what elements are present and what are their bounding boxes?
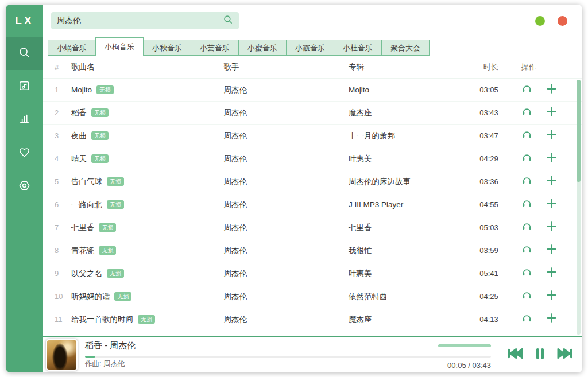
headphone-icon (521, 152, 532, 165)
previous-icon (506, 345, 524, 364)
table-row[interactable]: 1 Mojito 无损 周杰伦 Mojito 03:05 (43, 79, 582, 102)
pause-icon (532, 345, 548, 364)
plus-icon (546, 267, 557, 280)
song-title: 给我一首歌的时间 (71, 314, 133, 325)
song-name-cell: 晴天 无损 (71, 154, 224, 164)
duration-cell: 03:43 (454, 108, 498, 117)
tab-2[interactable]: 小枸音乐 (95, 37, 144, 56)
add-button[interactable] (546, 198, 557, 211)
listen-button[interactable] (521, 175, 532, 188)
header (43, 5, 582, 37)
listen-button[interactable] (521, 198, 532, 211)
tab-3[interactable]: 小秋音乐 (143, 40, 191, 56)
listen-button[interactable] (521, 83, 532, 96)
add-button[interactable] (546, 83, 557, 96)
table-header: # 歌曲名 歌手 专辑 时长 操作 (43, 56, 582, 79)
listen-button[interactable] (521, 290, 532, 303)
add-button[interactable] (546, 106, 557, 119)
song-name-cell: 夜曲 无损 (71, 131, 224, 141)
bar-chart-icon (18, 112, 31, 128)
tab-7[interactable]: 小杜音乐 (334, 40, 382, 56)
settings-icon (18, 179, 31, 195)
artist-cell: 周杰伦 (224, 85, 349, 95)
listen-button[interactable] (521, 152, 532, 165)
table-row[interactable]: 10 听妈妈的话 无损 周杰伦 依然范特西 04:25 (43, 285, 582, 308)
album-art[interactable] (46, 339, 78, 371)
minimize-button[interactable] (535, 16, 545, 26)
table-row[interactable]: 11 给我一首歌的时间 无损 周杰伦 魔杰座 04:13 (43, 308, 582, 331)
sidebar-item-settings[interactable] (6, 170, 43, 203)
duration-cell: 05:03 (454, 223, 498, 232)
col-name: 歌曲名 (71, 62, 224, 72)
quality-badge: 无损 (107, 200, 124, 209)
row-index: 9 (55, 269, 71, 278)
duration-cell: 03:05 (454, 85, 498, 94)
artist-cell: 周杰伦 (224, 223, 349, 233)
tab-4[interactable]: 小芸音乐 (191, 40, 239, 56)
song-name-cell: 稻香 无损 (71, 108, 224, 118)
add-button[interactable] (546, 267, 557, 280)
row-index: 10 (55, 292, 71, 301)
row-index: 8 (55, 246, 71, 255)
table-row[interactable]: 7 七里香 无损 周杰伦 七里香 05:03 (43, 216, 582, 239)
time-display: 00:05 / 03:43 (447, 361, 491, 370)
search-icon[interactable] (223, 14, 233, 27)
row-index: 3 (55, 131, 71, 140)
add-button[interactable] (546, 221, 557, 234)
table-row[interactable]: 4 晴天 无损 周杰伦 叶惠美 04:29 (43, 147, 582, 170)
table-row[interactable]: 9 以父之名 无损 周杰伦 叶惠美 05:41 (43, 262, 582, 285)
listen-button[interactable] (521, 221, 532, 234)
duration-cell: 04:25 (454, 292, 498, 301)
progress-bar[interactable] (85, 356, 491, 358)
sidebar-item-leaderboard[interactable] (6, 103, 43, 137)
album-cell: 魔杰座 (349, 108, 454, 118)
row-index: 2 (55, 108, 71, 117)
volume-slider[interactable] (438, 344, 491, 347)
add-button[interactable] (546, 152, 557, 165)
duration-cell: 04:29 (454, 154, 498, 163)
song-list: 1 Mojito 无损 周杰伦 Mojito 03:05 2 稻香 无损 (43, 79, 582, 336)
table-row[interactable]: 5 告白气球 无损 周杰伦 周杰伦的床边故事 03:36 (43, 170, 582, 193)
table-row[interactable]: 6 一路向北 无损 周杰伦 J III MP3 Player 04:55 (43, 193, 582, 216)
listen-button[interactable] (521, 129, 532, 142)
plus-icon (546, 152, 557, 165)
add-button[interactable] (546, 313, 557, 326)
add-button[interactable] (546, 290, 557, 303)
headphone-icon (521, 267, 532, 280)
previous-button[interactable] (506, 345, 524, 364)
table-row[interactable]: 2 稻香 无损 周杰伦 魔杰座 03:43 (43, 102, 582, 125)
tab-5[interactable]: 小蜜音乐 (238, 40, 287, 56)
table-row[interactable]: 3 夜曲 无损 周杰伦 十一月的萧邦 03:47 (43, 125, 582, 147)
plus-icon (546, 221, 557, 234)
sidebar-item-songlist[interactable] (6, 70, 43, 103)
quality-badge: 无损 (107, 269, 124, 278)
scrollbar-thumb[interactable] (577, 80, 581, 182)
add-button[interactable] (546, 175, 557, 188)
search-input[interactable] (57, 16, 223, 25)
col-artist: 歌手 (224, 62, 349, 72)
listen-button[interactable] (521, 106, 532, 119)
song-title: 夜曲 (71, 131, 87, 141)
album-cell: 依然范特西 (349, 292, 454, 302)
headphone-icon (521, 129, 532, 142)
player-info: 稻香 - 周杰伦 作曲: 周杰伦 00:05 / 03:43 (85, 339, 498, 371)
song-title: 稻香 (71, 108, 87, 118)
tab-8[interactable]: 聚合大会 (381, 40, 430, 56)
close-button[interactable] (558, 16, 567, 26)
next-button[interactable] (556, 345, 574, 364)
add-button[interactable] (546, 244, 557, 257)
tab-6[interactable]: 小霞音乐 (286, 40, 334, 56)
listen-button[interactable] (521, 313, 532, 326)
artist-cell: 周杰伦 (224, 131, 349, 141)
listen-button[interactable] (521, 244, 532, 257)
sidebar-item-search[interactable] (6, 37, 43, 70)
quality-badge: 无损 (99, 223, 116, 232)
tab-1[interactable]: 小蜗音乐 (48, 40, 96, 56)
scrollbar[interactable] (577, 80, 581, 335)
duration-cell: 03:47 (454, 131, 498, 140)
sidebar-item-love[interactable] (6, 137, 43, 170)
listen-button[interactable] (521, 267, 532, 280)
table-row[interactable]: 8 青花瓷 无损 周杰伦 我很忙 03:59 (43, 239, 582, 262)
add-button[interactable] (546, 129, 557, 142)
pause-button[interactable] (532, 345, 548, 364)
